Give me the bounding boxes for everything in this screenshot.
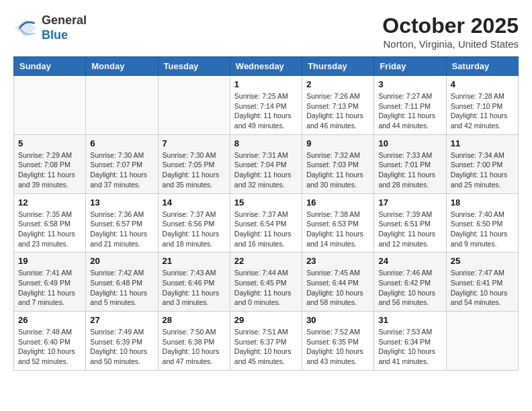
day-number: 9 [306, 138, 369, 148]
day-info: Sunrise: 7:26 AM Sunset: 7:13 PM Dayligh… [306, 91, 369, 131]
day-info: Sunrise: 7:40 AM Sunset: 6:50 PM Dayligh… [451, 210, 514, 249]
day-number: 25 [451, 256, 514, 266]
location: Norton, Virginia, United States [382, 38, 519, 50]
day-info: Sunrise: 7:45 AM Sunset: 6:44 PM Dayligh… [306, 268, 369, 308]
calendar-body: 1Sunrise: 7:25 AM Sunset: 7:14 PM Daylig… [14, 76, 519, 371]
calendar-cell: 25Sunrise: 7:47 AM Sunset: 6:41 PM Dayli… [446, 253, 518, 312]
day-number: 31 [378, 315, 441, 325]
calendar-cell: 27Sunrise: 7:49 AM Sunset: 6:39 PM Dayli… [86, 312, 158, 371]
weekday-header-row: SundayMondayTuesdayWednesdayThursdayFrid… [14, 57, 519, 76]
weekday-header-cell: Thursday [302, 57, 374, 76]
day-number: 16 [306, 197, 369, 208]
logo-general: General [42, 13, 87, 28]
calendar-cell: 20Sunrise: 7:42 AM Sunset: 6:48 PM Dayli… [86, 253, 158, 312]
day-number: 3 [378, 79, 441, 89]
logo-blue: Blue [42, 28, 87, 43]
day-number: 6 [90, 138, 153, 148]
logo-icon [13, 16, 38, 40]
day-number: 14 [163, 197, 226, 208]
weekday-header-cell: Friday [374, 57, 446, 76]
calendar-cell: 23Sunrise: 7:45 AM Sunset: 6:44 PM Dayli… [302, 253, 374, 312]
calendar-cell: 6Sunrise: 7:30 AM Sunset: 7:07 PM Daylig… [86, 134, 158, 193]
day-info: Sunrise: 7:25 AM Sunset: 7:14 PM Dayligh… [234, 91, 298, 131]
calendar-cell: 28Sunrise: 7:50 AM Sunset: 6:38 PM Dayli… [158, 312, 230, 371]
day-number: 21 [163, 256, 226, 266]
day-number: 2 [306, 79, 369, 89]
calendar-cell: 29Sunrise: 7:51 AM Sunset: 6:37 PM Dayli… [230, 312, 302, 371]
calendar-week-row: 19Sunrise: 7:41 AM Sunset: 6:49 PM Dayli… [14, 253, 519, 312]
day-info: Sunrise: 7:41 AM Sunset: 6:49 PM Dayligh… [18, 268, 81, 308]
calendar-cell: 3Sunrise: 7:27 AM Sunset: 7:11 PM Daylig… [374, 76, 446, 135]
day-info: Sunrise: 7:46 AM Sunset: 6:42 PM Dayligh… [378, 268, 441, 308]
day-info: Sunrise: 7:33 AM Sunset: 7:01 PM Dayligh… [378, 150, 441, 190]
weekday-header-cell: Wednesday [230, 57, 302, 76]
calendar-cell: 11Sunrise: 7:34 AM Sunset: 7:00 PM Dayli… [446, 134, 518, 193]
day-info: Sunrise: 7:50 AM Sunset: 6:38 PM Dayligh… [163, 327, 226, 367]
calendar-cell: 13Sunrise: 7:36 AM Sunset: 6:57 PM Dayli… [86, 193, 158, 253]
day-info: Sunrise: 7:29 AM Sunset: 7:08 PM Dayligh… [18, 150, 81, 190]
day-number: 19 [18, 256, 81, 266]
day-info: Sunrise: 7:42 AM Sunset: 6:48 PM Dayligh… [90, 268, 153, 308]
weekday-header-cell: Tuesday [158, 57, 230, 76]
day-info: Sunrise: 7:52 AM Sunset: 6:35 PM Dayligh… [306, 327, 369, 367]
calendar-cell: 14Sunrise: 7:37 AM Sunset: 6:56 PM Dayli… [158, 193, 230, 253]
day-info: Sunrise: 7:34 AM Sunset: 7:00 PM Dayligh… [451, 150, 514, 190]
day-info: Sunrise: 7:51 AM Sunset: 6:37 PM Dayligh… [234, 327, 298, 367]
calendar-cell [158, 76, 230, 135]
calendar-cell: 17Sunrise: 7:39 AM Sunset: 6:51 PM Dayli… [374, 193, 446, 253]
calendar-cell: 5Sunrise: 7:29 AM Sunset: 7:08 PM Daylig… [14, 134, 86, 193]
day-info: Sunrise: 7:43 AM Sunset: 6:46 PM Dayligh… [163, 268, 226, 308]
day-info: Sunrise: 7:35 AM Sunset: 6:58 PM Dayligh… [18, 210, 81, 249]
day-number: 12 [18, 197, 81, 208]
calendar-cell: 2Sunrise: 7:26 AM Sunset: 7:13 PM Daylig… [302, 76, 374, 135]
day-number: 13 [90, 197, 153, 208]
calendar-week-row: 5Sunrise: 7:29 AM Sunset: 7:08 PM Daylig… [14, 134, 519, 193]
day-info: Sunrise: 7:36 AM Sunset: 6:57 PM Dayligh… [90, 210, 153, 249]
calendar-cell: 8Sunrise: 7:31 AM Sunset: 7:04 PM Daylig… [230, 134, 302, 193]
calendar-cell [86, 76, 158, 135]
day-number: 15 [234, 197, 298, 208]
day-info: Sunrise: 7:53 AM Sunset: 6:34 PM Dayligh… [378, 327, 441, 367]
day-info: Sunrise: 7:47 AM Sunset: 6:41 PM Dayligh… [451, 268, 514, 308]
calendar-cell: 16Sunrise: 7:38 AM Sunset: 6:53 PM Dayli… [302, 193, 374, 253]
day-number: 5 [18, 138, 81, 148]
calendar-week-row: 1Sunrise: 7:25 AM Sunset: 7:14 PM Daylig… [14, 76, 519, 135]
day-number: 17 [378, 197, 441, 208]
weekday-header-cell: Saturday [446, 57, 518, 76]
day-info: Sunrise: 7:27 AM Sunset: 7:11 PM Dayligh… [378, 91, 441, 131]
calendar-cell [446, 312, 518, 371]
calendar-cell: 24Sunrise: 7:46 AM Sunset: 6:42 PM Dayli… [374, 253, 446, 312]
day-number: 20 [90, 256, 153, 266]
day-number: 22 [234, 256, 298, 266]
day-info: Sunrise: 7:38 AM Sunset: 6:53 PM Dayligh… [306, 210, 369, 249]
calendar-cell: 22Sunrise: 7:44 AM Sunset: 6:45 PM Dayli… [230, 253, 302, 312]
calendar-table: SundayMondayTuesdayWednesdayThursdayFrid… [13, 56, 519, 371]
weekday-header-cell: Monday [86, 57, 158, 76]
calendar-cell [14, 76, 86, 135]
day-info: Sunrise: 7:49 AM Sunset: 6:39 PM Dayligh… [90, 327, 153, 367]
calendar-week-row: 12Sunrise: 7:35 AM Sunset: 6:58 PM Dayli… [14, 193, 519, 253]
day-number: 27 [90, 315, 153, 325]
calendar-cell: 30Sunrise: 7:52 AM Sunset: 6:35 PM Dayli… [302, 312, 374, 371]
calendar-cell: 26Sunrise: 7:48 AM Sunset: 6:40 PM Dayli… [14, 312, 86, 371]
page-header: General Blue October 2025 Norton, Virgin… [13, 13, 519, 50]
day-number: 7 [163, 138, 226, 148]
calendar-cell: 7Sunrise: 7:30 AM Sunset: 7:05 PM Daylig… [158, 134, 230, 193]
calendar-cell: 9Sunrise: 7:32 AM Sunset: 7:03 PM Daylig… [302, 134, 374, 193]
calendar-cell: 21Sunrise: 7:43 AM Sunset: 6:46 PM Dayli… [158, 253, 230, 312]
day-number: 11 [451, 138, 514, 148]
calendar-cell: 1Sunrise: 7:25 AM Sunset: 7:14 PM Daylig… [230, 76, 302, 135]
day-number: 24 [378, 256, 441, 266]
logo: General Blue [13, 13, 87, 42]
weekday-header-cell: Sunday [14, 57, 86, 76]
day-info: Sunrise: 7:37 AM Sunset: 6:56 PM Dayligh… [163, 210, 226, 249]
calendar-cell: 31Sunrise: 7:53 AM Sunset: 6:34 PM Dayli… [374, 312, 446, 371]
day-info: Sunrise: 7:31 AM Sunset: 7:04 PM Dayligh… [234, 150, 298, 190]
day-number: 1 [234, 79, 298, 89]
day-info: Sunrise: 7:28 AM Sunset: 7:10 PM Dayligh… [451, 91, 514, 131]
title-block: October 2025 Norton, Virginia, United St… [382, 13, 519, 50]
day-info: Sunrise: 7:37 AM Sunset: 6:54 PM Dayligh… [234, 210, 298, 249]
month-title: October 2025 [382, 13, 519, 38]
day-number: 29 [234, 315, 298, 325]
day-info: Sunrise: 7:39 AM Sunset: 6:51 PM Dayligh… [378, 210, 441, 249]
